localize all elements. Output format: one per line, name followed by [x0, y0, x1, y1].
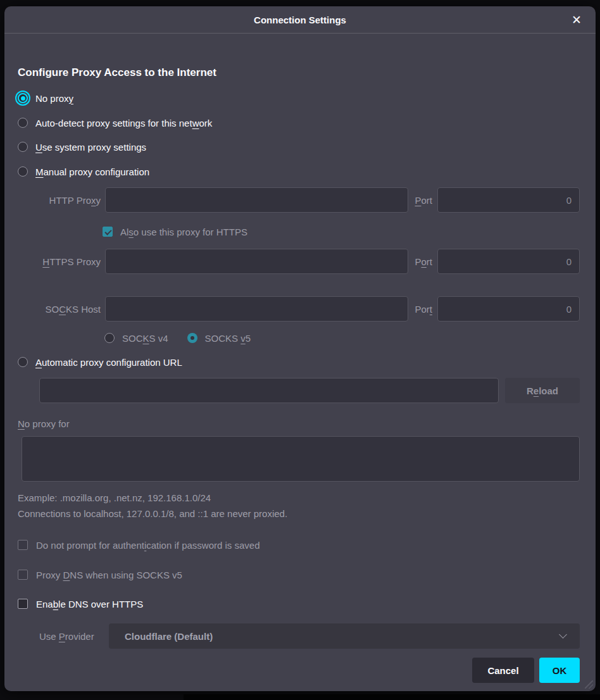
connection-settings-dialog: Connection Settings ✕ Configure Proxy Ac… — [4, 6, 596, 691]
auto-url-input[interactable] — [39, 378, 499, 403]
no-proxy-label: No proxy — [35, 93, 73, 104]
radio-row-manual: Manual proxy configuration — [18, 164, 596, 179]
use-system-label: Use system proxy settings — [35, 142, 146, 153]
dialog-actions: Cancel OK — [4, 658, 580, 683]
no-prompt-checkbox[interactable] — [18, 540, 28, 550]
radio-row-auto-url: Automatic proxy configuration URL — [18, 354, 596, 370]
also-https-row: Also use this proxy for HTTPS — [103, 224, 596, 239]
https-proxy-row: HTTPS Proxy Port — [4, 249, 580, 274]
socks-version-row: SOCKS v4 SOCKS v5 — [104, 330, 596, 346]
cancel-button[interactable]: Cancel — [472, 658, 534, 683]
https-proxy-input[interactable] — [105, 249, 408, 274]
manual-proxy-label: Manual proxy configuration — [35, 166, 149, 177]
enable-doh-label: Enable DNS over HTTPS — [36, 599, 143, 609]
http-proxy-input[interactable] — [105, 187, 408, 213]
socks-host-row: SOCKS Host Port — [4, 296, 580, 322]
page-background: { "window": { "title": "Connection Setti… — [0, 0, 600, 700]
http-port-label: Port — [415, 195, 432, 206]
background-page — [184, 694, 600, 700]
no-proxy-example-text: Example: .mozilla.org, .net.nz, 192.168.… — [18, 492, 596, 505]
auto-url-label: Automatic proxy configuration URL — [35, 357, 182, 368]
use-system-radio[interactable] — [18, 142, 28, 152]
socks-port-label: Port — [415, 304, 432, 315]
no-proxy-radio[interactable] — [18, 93, 28, 103]
provider-row: Use Provider Cloudflare (Default) — [39, 623, 580, 649]
provider-select[interactable]: Cloudflare (Default) — [109, 623, 580, 649]
dialog-body: Configure Proxy Access to the Internet N… — [4, 66, 596, 683]
also-https-checkbox[interactable] — [103, 227, 113, 237]
use-provider-label: Use Provider — [39, 631, 106, 642]
provider-selected-value: Cloudflare (Default) — [125, 631, 213, 642]
no-proxy-for-textarea[interactable] — [22, 436, 580, 482]
socks-v5-radio[interactable] — [187, 333, 197, 343]
chevron-down-icon — [559, 630, 567, 639]
auto-detect-label: Auto-detect proxy settings for this netw… — [35, 118, 212, 128]
http-port-input[interactable] — [437, 187, 580, 213]
socks-port-input[interactable] — [437, 296, 580, 322]
https-port-label: Port — [415, 256, 432, 267]
no-prompt-label: Do not prompt for authentication if pass… — [36, 540, 260, 551]
manual-proxy-radio[interactable] — [18, 166, 28, 177]
socks-host-label: SOCKS Host — [4, 304, 101, 315]
enable-doh-checkbox[interactable] — [18, 599, 28, 609]
proxy-dns-checkbox[interactable] — [18, 570, 28, 580]
reload-button[interactable]: Reload — [505, 378, 580, 403]
radio-row-no-proxy: No proxy — [18, 91, 596, 106]
https-proxy-label: HTTPS Proxy — [4, 256, 101, 267]
dialog-title: Connection Settings — [254, 15, 346, 25]
no-prompt-row: Do not prompt for authentication if pass… — [18, 537, 596, 553]
ok-button[interactable]: OK — [539, 658, 580, 683]
http-proxy-label: HTTP Proxy — [4, 195, 101, 206]
socks-v4-radio[interactable] — [104, 333, 115, 343]
close-icon[interactable]: ✕ — [568, 11, 585, 28]
enable-doh-row: Enable DNS over HTTPS — [18, 596, 596, 611]
also-https-label: Also use this proxy for HTTPS — [120, 227, 247, 237]
proxy-dns-label: Proxy DNS when using SOCKS v5 — [36, 570, 182, 580]
socks-v5-label: SOCKS v5 — [205, 333, 251, 344]
auto-url-row: Reload — [39, 378, 580, 403]
auto-url-radio[interactable] — [18, 357, 28, 367]
localhost-note-text: Connections to localhost, 127.0.0.1/8, a… — [18, 508, 596, 521]
http-proxy-row: HTTP Proxy Port — [4, 187, 580, 213]
radio-row-auto-detect: Auto-detect proxy settings for this netw… — [18, 115, 596, 130]
no-proxy-for-label: No proxy for — [18, 418, 596, 431]
https-port-input[interactable] — [437, 249, 580, 274]
proxy-dns-row: Proxy DNS when using SOCKS v5 — [18, 567, 596, 582]
dialog-titlebar: Connection Settings ✕ — [4, 6, 596, 34]
radio-row-use-system: Use system proxy settings — [18, 139, 596, 154]
page-title: Configure Proxy Access to the Internet — [18, 66, 596, 80]
auto-detect-radio[interactable] — [18, 118, 28, 128]
socks-v4-label: SOCKS v4 — [122, 333, 168, 344]
socks-host-input[interactable] — [105, 296, 408, 322]
resize-handle-icon[interactable] — [585, 680, 593, 689]
